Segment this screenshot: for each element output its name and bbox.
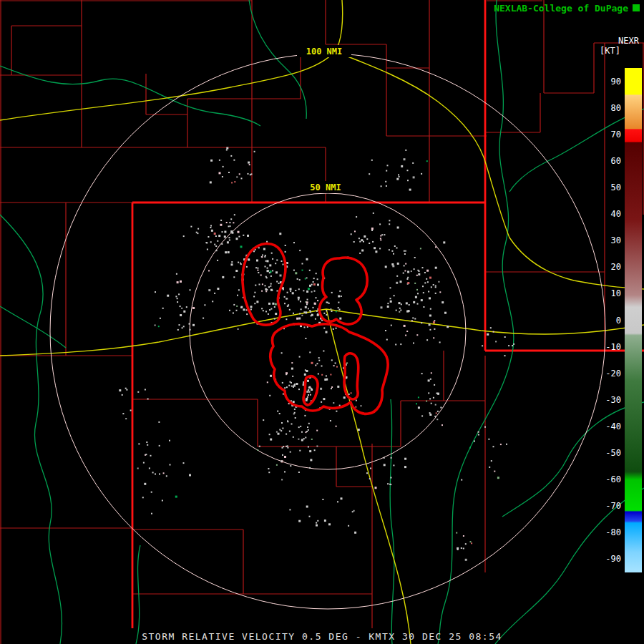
ring-labels: 100 NMI 50 NMI (297, 45, 351, 193)
county-lines (0, 0, 644, 644)
colorbar-title: NEXR (600, 36, 639, 46)
colorbar-tick: -50 (605, 448, 621, 458)
ring-label-50: 50 NMI (310, 182, 341, 192)
lake-outlines (243, 243, 388, 414)
colorbar-tick: 70 (611, 130, 621, 140)
colorbar-tick: -60 (605, 474, 621, 484)
colorbar-tick: -70 (605, 501, 621, 511)
state-borders (132, 0, 644, 628)
colorbar-tick: 30 (611, 235, 621, 245)
colorbar: 9080706050403020100-10-20-30-40-50-60-70… (597, 68, 642, 572)
colorbar-tick: -40 (605, 421, 621, 431)
colorbar-tick: 0 (616, 316, 621, 326)
colorbar-tick: 90 (611, 77, 621, 87)
ring-label-100: 100 NMI (306, 47, 343, 57)
colorbar-ticks: 9080706050403020100-10-20-30-40-50-60-70… (597, 68, 621, 572)
colorbar-tick: 60 (611, 156, 621, 166)
nexlab-logo-icon (633, 4, 640, 11)
colorbar-tick: 20 (611, 262, 621, 272)
brand-text: NEXLAB-College of DuPage (494, 3, 628, 14)
colorbar-header: NEXR [KT] (600, 36, 639, 56)
colorbar-tick: 80 (611, 103, 621, 113)
colorbar-tick: 40 (611, 209, 621, 219)
colorbar-tick: 10 (611, 288, 621, 298)
colorbar-bar (625, 68, 642, 572)
radar-echoes (119, 147, 514, 561)
colorbar-tick: -90 (605, 554, 621, 564)
lake-island-sliver (344, 353, 358, 399)
range-ring-50nmi (190, 193, 466, 469)
colorbar-tick: -10 (605, 342, 621, 352)
colorbar-tick: 50 (611, 182, 621, 192)
radar-map: 100 NMI 50 NMI (0, 0, 644, 644)
lake-south-body (270, 324, 388, 414)
colorbar-units: [KT] (600, 46, 620, 56)
colorbar-tick: -80 (605, 527, 621, 537)
product-status-line: STORM RELATIVE VELOCITY 0.5 DEG - KMTX 3… (0, 631, 644, 642)
colorbar-tick: -30 (605, 395, 621, 405)
highways (0, 0, 644, 644)
rivers (0, 0, 644, 644)
colorbar-tick: -20 (605, 369, 621, 379)
lake-northwest-lobe (243, 243, 286, 325)
radar-viewer: 100 NMI 50 NMI NEXLAB-College of DuPage … (0, 0, 644, 644)
